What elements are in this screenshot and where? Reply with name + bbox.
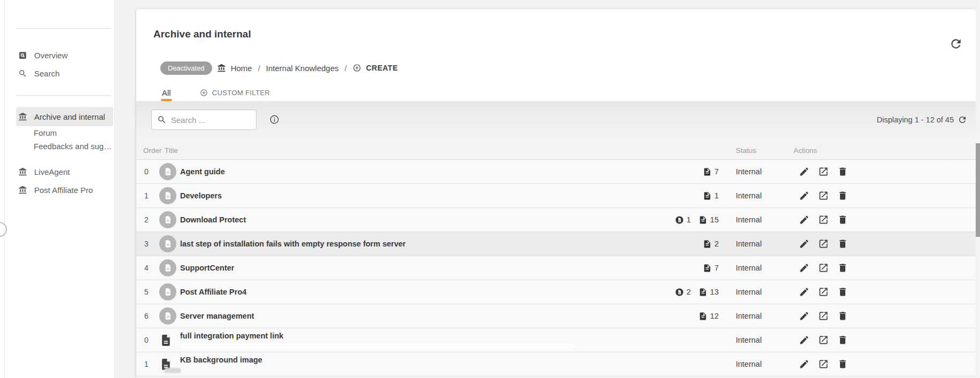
- edit-icon[interactable]: [799, 335, 810, 345]
- table-row[interactable]: 2 Download Protect 1: [136, 208, 976, 232]
- document-count: 7: [714, 264, 719, 272]
- sidebar-item[interactable]: Forum: [16, 126, 114, 140]
- sidebar: Overview Search Archive and internal: [0, 0, 114, 378]
- content-card: Archive and internal Deactivated Home / …: [136, 9, 976, 378]
- delete-icon[interactable]: [837, 263, 848, 273]
- row-title[interactable]: Download Protect: [180, 215, 628, 224]
- open-in-new-icon[interactable]: [818, 214, 829, 225]
- hidden-articles-icon: [675, 288, 684, 297]
- table-row[interactable]: 0 Agent guide: [136, 160, 976, 184]
- table-row[interactable]: 4 SupportCenter: [136, 256, 976, 280]
- table-row[interactable]: 0 full integration payment link: [136, 328, 976, 352]
- search-icon: [157, 115, 167, 125]
- category-icon: [159, 163, 176, 180]
- row-title[interactable]: Post Affiliate Pro4: [180, 288, 628, 296]
- category-icon: [159, 235, 176, 252]
- open-in-new-icon[interactable]: [818, 166, 829, 177]
- sidebar-item[interactable]: Feedbacks and sug…: [16, 140, 114, 153]
- open-in-new-icon[interactable]: [818, 359, 829, 369]
- delete-icon[interactable]: [837, 287, 848, 297]
- open-in-new-icon[interactable]: [818, 238, 829, 249]
- edit-icon[interactable]: [799, 214, 810, 225]
- open-in-new-icon[interactable]: [818, 311, 829, 321]
- edit-icon[interactable]: [799, 190, 810, 201]
- delete-icon[interactable]: [837, 238, 848, 249]
- breadcrumb-current[interactable]: Internal Knowledges: [266, 64, 339, 73]
- sidebar-divider-top: [16, 28, 111, 29]
- sidebar-item[interactable]: Archive and internal: [16, 107, 113, 126]
- row-actions: [799, 359, 868, 369]
- knowledgebase-icon: [18, 186, 27, 195]
- delete-icon[interactable]: [837, 311, 848, 321]
- delete-icon[interactable]: [837, 214, 848, 225]
- row-actions: [799, 238, 868, 249]
- table-header: Order Title Status Actions: [136, 130, 976, 160]
- row-counts: 7: [628, 264, 719, 273]
- delete-icon[interactable]: [837, 166, 848, 177]
- edit-icon[interactable]: [799, 263, 810, 273]
- edit-icon[interactable]: [799, 287, 810, 297]
- sidebar-item[interactable]: Overview: [16, 46, 114, 64]
- row-title[interactable]: Developers: [180, 191, 628, 200]
- hidden-articles-count: 2: [687, 288, 691, 296]
- breadcrumb-separator: /: [257, 64, 261, 73]
- delete-icon[interactable]: [837, 335, 848, 345]
- row-status: Internal: [736, 336, 799, 344]
- app-screen: Overview Search Archive and internal: [0, 0, 980, 378]
- open-in-new-icon[interactable]: [818, 190, 829, 201]
- table-row[interactable]: 6 Server management: [136, 304, 976, 328]
- sidebar-divider-mid: [16, 95, 111, 96]
- open-in-new-icon[interactable]: [818, 287, 829, 297]
- edit-icon[interactable]: [799, 166, 810, 177]
- row-order: 1: [143, 360, 159, 368]
- row-order: 1: [143, 191, 159, 200]
- sidebar-item-label: Archive and internal: [34, 112, 105, 121]
- row-order: 4: [143, 264, 159, 272]
- row-title[interactable]: Server management: [180, 312, 628, 320]
- row-status: Internal: [736, 215, 799, 224]
- tab-bar: All CUSTOM FILTER: [161, 84, 271, 101]
- refresh-list-icon[interactable]: [958, 115, 967, 125]
- refresh-icon[interactable]: [949, 37, 963, 51]
- scrollbar-track[interactable]: [976, 0, 980, 378]
- sidebar-item[interactable]: LiveAgent: [16, 163, 114, 181]
- row-icon-cell: [159, 187, 180, 204]
- table-row[interactable]: 3 last step of installation fails with e…: [136, 232, 976, 256]
- table-row[interactable]: 1 KB background image: [136, 352, 976, 376]
- redacted-snippet: [180, 343, 575, 349]
- row-title[interactable]: SupportCenter: [180, 264, 628, 272]
- row-order: 6: [143, 312, 159, 320]
- row-counts: 7: [628, 167, 719, 176]
- info-icon[interactable]: [269, 114, 279, 125]
- scrollbar-thumb[interactable]: [976, 143, 980, 237]
- create-button[interactable]: CREATE: [366, 64, 398, 72]
- row-title[interactable]: KB background image: [180, 352, 628, 364]
- tab[interactable]: All: [161, 84, 172, 101]
- row-icon-cell: [159, 259, 180, 276]
- row-title[interactable]: last step of installation fails with emp…: [180, 240, 628, 248]
- table-row[interactable]: 1 Developers: [136, 184, 976, 208]
- open-in-new-icon[interactable]: [818, 263, 829, 273]
- row-title[interactable]: full integration payment link: [180, 328, 628, 340]
- edit-icon[interactable]: [799, 359, 810, 369]
- edit-icon[interactable]: [799, 238, 810, 249]
- column-header-order: Order: [143, 146, 159, 155]
- drawer-handle[interactable]: [0, 222, 7, 237]
- delete-icon[interactable]: [837, 190, 848, 201]
- category-icon: [159, 283, 176, 300]
- sidebar-item[interactable]: Post Affiliate Pro: [16, 181, 114, 199]
- bank-icon: [217, 64, 226, 73]
- row-title[interactable]: Agent guide: [180, 167, 628, 176]
- document-count-icon: [698, 312, 707, 321]
- search-box[interactable]: [151, 110, 256, 130]
- edit-icon[interactable]: [799, 311, 810, 321]
- category-icon: [159, 259, 176, 276]
- status-badge: Deactivated: [160, 61, 212, 75]
- open-in-new-icon[interactable]: [818, 335, 829, 345]
- sidebar-item[interactable]: Search: [16, 64, 114, 82]
- tab[interactable]: CUSTOM FILTER: [199, 84, 271, 101]
- delete-icon[interactable]: [837, 359, 848, 369]
- table-row[interactable]: 5 Post Affiliate Pro4 2: [136, 280, 976, 304]
- breadcrumb-home[interactable]: Home: [231, 64, 252, 73]
- search-input[interactable]: [171, 115, 246, 125]
